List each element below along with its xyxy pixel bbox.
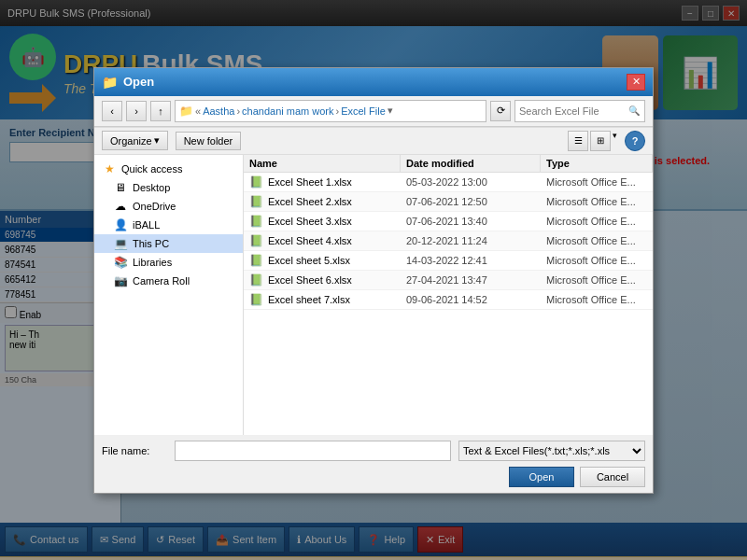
dialog-content: ★ Quick access 🖥 Desktop ☁ OneDrive 👤 iB… (94, 155, 653, 435)
computer-icon: 💻 (113, 237, 128, 250)
dialog-title-text: Open (123, 75, 154, 89)
file-name: Excel Sheet 2.xlsx (268, 196, 352, 207)
refresh-button[interactable]: ⟳ (490, 101, 511, 121)
organize-button[interactable]: Organize ▾ (102, 131, 168, 150)
filetype-select[interactable]: Text & Excel Files(*.txt;*.xls;*.xls (458, 441, 645, 461)
file-row[interactable]: 📗 Excel Sheet 4.xlsx 20-12-2021 11:24 Mi… (244, 231, 653, 251)
excel-icon: 📗 (249, 175, 264, 189)
search-input[interactable] (514, 100, 645, 122)
filename-input[interactable] (175, 441, 451, 461)
library-icon: 📚 (113, 256, 128, 269)
sidebar-iball[interactable]: 👤 iBALL (94, 216, 243, 234)
sidebar-camera-roll[interactable]: 📷 Camera Roll (94, 272, 243, 290)
file-name: Excel Sheet 4.xlsx (268, 235, 352, 246)
file-list-header: Name Date modified Type (244, 155, 653, 173)
excel-icon: 📗 (249, 234, 264, 247)
list-view-button[interactable]: ☰ (568, 131, 588, 151)
filename-label: File name: (102, 445, 167, 456)
search-icon: 🔍 (628, 105, 640, 116)
star-icon: ★ (102, 162, 117, 175)
excel-icon: 📗 (249, 273, 264, 287)
nav-forward-button[interactable]: › (126, 101, 147, 121)
sidebar-libraries[interactable]: 📚 Libraries (94, 253, 243, 272)
file-row[interactable]: 📗 Excel Sheet 3.xlsx 07-06-2021 13:40 Mi… (244, 212, 653, 231)
dialog-close-button[interactable]: ✕ (627, 74, 645, 91)
file-date: 27-04-2021 13:47 (401, 272, 541, 288)
view-buttons: ☰ ⊞ ▾ (568, 131, 617, 151)
view-arrow-icon: ▾ (613, 131, 617, 151)
dialog-help-button[interactable]: ? (625, 131, 645, 151)
col-name-header[interactable]: Name (244, 155, 401, 172)
file-row[interactable]: 📗 Excel Sheet 1.xlsx 05-03-2022 13:00 Mi… (244, 173, 653, 192)
sidebar-quick-access[interactable]: ★ Quick access (94, 160, 243, 178)
file-date: 14-03-2022 12:41 (401, 252, 541, 269)
excel-icon: 📗 (249, 293, 264, 306)
user-icon: 👤 (113, 218, 128, 231)
file-date: 20-12-2021 11:24 (401, 232, 541, 249)
file-name: Excel sheet 5.xlsx (268, 255, 350, 266)
dialog-titlebar: 📁 Open ✕ (94, 68, 653, 96)
sidebar-onedrive[interactable]: ☁ OneDrive (94, 197, 243, 216)
file-name: Excel Sheet 1.xlsx (268, 176, 352, 188)
file-type: Microsoft Office E... (541, 213, 653, 230)
file-type: Microsoft Office E... (541, 272, 653, 288)
file-date: 05-03-2022 13:00 (401, 174, 541, 190)
breadcrumb-item-2[interactable]: chandani mam work (242, 105, 333, 117)
file-type: Microsoft Office E... (541, 174, 653, 190)
organize-label: Organize (110, 135, 152, 147)
dialog-overlay: 📁 Open ✕ ‹ › ↑ 📁 « Aastha › chandani mam… (0, 0, 747, 560)
file-type: Microsoft Office E... (541, 232, 653, 249)
file-list-area: Name Date modified Type 📗 Excel Sheet 1.… (244, 155, 653, 435)
file-name: Excel Sheet 3.xlsx (268, 216, 352, 227)
organize-toolbar: Organize ▾ New folder ☰ ⊞ ▾ ? (94, 127, 653, 155)
excel-icon: 📗 (249, 195, 264, 208)
camera-icon: 📷 (113, 274, 128, 287)
cloud-icon: ☁ (113, 200, 128, 213)
open-dialog: 📁 Open ✕ ‹ › ↑ 📁 « Aastha › chandani mam… (93, 67, 654, 494)
nav-back-button[interactable]: ‹ (102, 101, 122, 121)
file-type: Microsoft Office E... (541, 193, 653, 210)
details-view-button[interactable]: ⊞ (590, 131, 611, 151)
breadcrumb-item-1[interactable]: Aastha (203, 105, 234, 117)
file-row[interactable]: 📗 Excel Sheet 2.xlsx 07-06-2021 12:50 Mi… (244, 192, 653, 212)
file-name: Excel sheet 7.xlsx (268, 294, 350, 305)
nav-up-button[interactable]: ↑ (150, 101, 171, 121)
breadcrumb-folder-icon: 📁 (179, 105, 193, 118)
col-date-header[interactable]: Date modified (401, 155, 541, 172)
file-date: 07-06-2021 12:50 (401, 193, 541, 210)
desktop-icon: 🖥 (113, 181, 128, 194)
cancel-button[interactable]: Cancel (580, 467, 645, 487)
file-row[interactable]: 📗 Excel sheet 7.xlsx 09-06-2021 14:52 Mi… (244, 290, 653, 310)
file-name: Excel Sheet 6.xlsx (268, 274, 352, 286)
excel-icon: 📗 (249, 254, 264, 267)
file-rows: 📗 Excel Sheet 1.xlsx 05-03-2022 13:00 Mi… (244, 173, 653, 310)
file-date: 09-06-2021 14:52 (401, 291, 541, 308)
file-row[interactable]: 📗 Excel sheet 5.xlsx 14-03-2022 12:41 Mi… (244, 251, 653, 271)
dialog-footer: File name: Text & Excel Files(*.txt;*.xl… (94, 435, 653, 493)
new-folder-button[interactable]: New folder (176, 132, 242, 150)
sidebar-desktop[interactable]: 🖥 Desktop (94, 178, 243, 197)
folder-icon: 📁 (102, 75, 118, 90)
search-area: 🔍 (514, 100, 645, 122)
breadcrumb: 📁 « Aastha › chandani mam work › Excel F… (175, 100, 486, 122)
file-date: 07-06-2021 13:40 (401, 213, 541, 230)
dialog-sidebar: ★ Quick access 🖥 Desktop ☁ OneDrive 👤 iB… (94, 155, 244, 435)
organize-arrow-icon: ▾ (154, 134, 160, 147)
col-type-header[interactable]: Type (541, 155, 653, 172)
file-type: Microsoft Office E... (541, 252, 653, 269)
file-type: Microsoft Office E... (541, 291, 653, 308)
breadcrumb-item-3[interactable]: Excel File (341, 105, 386, 117)
file-row[interactable]: 📗 Excel Sheet 6.xlsx 27-04-2021 13:47 Mi… (244, 271, 653, 290)
sidebar-this-pc[interactable]: 💻 This PC (94, 234, 243, 253)
excel-icon: 📗 (249, 215, 264, 228)
open-button[interactable]: Open (509, 467, 574, 487)
dialog-nav-toolbar: ‹ › ↑ 📁 « Aastha › chandani mam work › E… (94, 96, 653, 127)
